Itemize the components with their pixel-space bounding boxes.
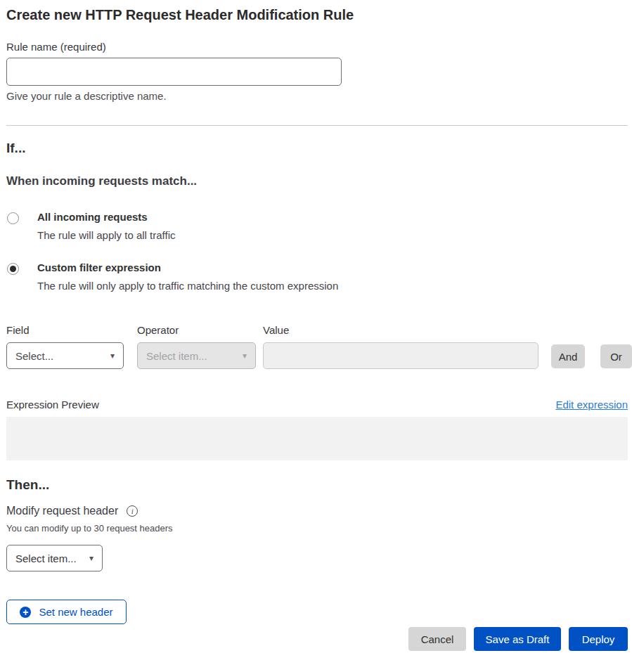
edit-expression-link[interactable]: Edit expression [555,399,628,411]
info-icon[interactable]: i [127,505,138,517]
operator-select[interactable]: Select item... ▾ [137,342,256,369]
expression-preview-box [6,417,628,460]
deploy-button[interactable]: Deploy [569,627,628,651]
expression-preview-label: Expression Preview [6,399,99,411]
rule-name-label: Rule name (required) [6,41,628,53]
field-label: Field [6,324,137,336]
operator-select-value: Select item... [146,350,207,362]
expression-builder-row: Field Select... ▾ Operator Select item..… [6,324,628,369]
modify-header-helper: You can modify up to 30 request headers [6,523,628,534]
chevron-down-icon: ▾ [89,553,93,563]
rule-name-helper: Give your rule a descriptive name. [6,90,628,102]
expression-preview-row: Expression Preview Edit expression [6,399,628,411]
if-heading: If... [6,141,628,156]
section-divider [6,125,628,126]
operator-column: Operator Select item... ▾ [137,324,256,369]
header-action-select-value: Select item... [15,553,77,564]
header-action-select[interactable]: Select item... ▾ [6,545,103,571]
match-radio-group: All incoming requests The rule will appl… [6,210,628,292]
set-new-header-label: Set new header [39,606,112,618]
radio-description: The rule will only apply to traffic matc… [37,280,338,292]
set-new-header-button[interactable]: + Set new header [6,600,127,624]
modify-header-row: Modify request header i [6,505,628,517]
radio-option-all-incoming[interactable]: All incoming requests The rule will appl… [6,210,628,241]
rule-name-input[interactable] [6,58,342,86]
connector-buttons: And Or [551,344,632,368]
or-button[interactable]: Or [600,344,632,368]
radio-label: Custom filter expression [37,261,338,275]
field-column: Field Select... ▾ [6,324,137,369]
radio-description: The rule will apply to all traffic [37,229,175,241]
operator-label: Operator [137,324,256,336]
value-input[interactable] [263,342,539,369]
field-select-value: Select... [15,350,53,362]
footer-actions: Cancel Save as Draft Deploy [6,627,628,651]
chevron-down-icon: ▾ [243,351,247,361]
radio-label: All incoming requests [37,210,175,224]
field-select[interactable]: Select... ▾ [6,342,124,369]
page-title: Create new HTTP Request Header Modificat… [6,6,628,24]
value-label: Value [263,324,539,336]
then-heading: Then... [6,477,628,493]
cancel-button[interactable]: Cancel [408,627,466,651]
radio-option-custom-filter[interactable]: Custom filter expression The rule will o… [6,261,628,292]
save-as-draft-button[interactable]: Save as Draft [474,627,561,651]
plus-icon: + [20,607,31,618]
and-button[interactable]: And [551,344,585,368]
radio-unselected-icon[interactable] [7,212,19,224]
radio-selected-icon[interactable] [7,263,19,275]
modify-header-label: Modify request header [6,505,118,517]
value-column: Value [263,324,539,369]
match-subheading: When incoming requests match... [6,174,628,188]
chevron-down-icon: ▾ [110,351,115,361]
